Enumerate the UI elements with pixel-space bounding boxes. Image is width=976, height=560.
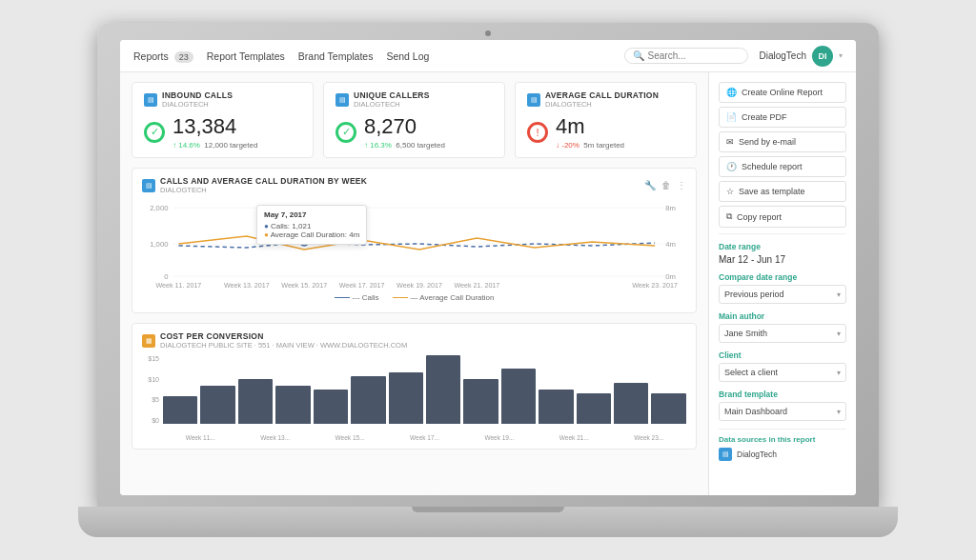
wrench-icon[interactable]: 🔧 xyxy=(644,180,656,190)
inbound-icon: ▤ xyxy=(144,93,157,107)
nav-links: Reports 23 Report Templates Brand Templa… xyxy=(133,50,624,62)
nav-reports[interactable]: Reports 23 xyxy=(133,50,193,62)
more-icon[interactable]: ⋮ xyxy=(677,180,686,190)
svg-text:1,000: 1,000 xyxy=(150,240,168,249)
bar-item xyxy=(351,376,385,424)
unique-icon: ▤ xyxy=(336,93,349,107)
sidebar: 🌐 Create Online Report 📄 Create PDF ✉ Se… xyxy=(708,72,856,495)
compare-range-select-wrap: Previous period Previous year Custom xyxy=(719,285,846,304)
bar-item xyxy=(539,390,573,424)
bar-x-labels: Week 11... Week 13... Week 15... Week 17… xyxy=(163,434,686,441)
bar-item xyxy=(651,393,685,424)
app-container: Reports 23 Report Templates Brand Templa… xyxy=(120,40,856,495)
line-chart: May 7, 2017 ● Calls: 1,021 ● Average Cal… xyxy=(142,200,686,305)
pdf-icon: 📄 xyxy=(726,112,737,122)
nav-brand-templates[interactable]: Brand Templates xyxy=(298,50,374,62)
bar-item xyxy=(389,372,423,424)
search-input[interactable] xyxy=(648,50,734,61)
svg-text:Week 23, 2017: Week 23, 2017 xyxy=(632,282,678,288)
svg-text:4m: 4m xyxy=(665,240,676,249)
bar-item xyxy=(314,390,348,424)
author-field: Main author Jane Smith xyxy=(719,311,846,343)
bar-item xyxy=(200,386,234,424)
copy-button[interactable]: ⧉ Copy report xyxy=(719,206,846,228)
create-online-button[interactable]: 🌐 Create Online Report xyxy=(719,82,846,103)
nav-report-templates[interactable]: Report Templates xyxy=(207,50,285,62)
send-email-button[interactable]: ✉ Send by e-mail xyxy=(719,131,846,152)
kpi-detail-2: ↑ 16.3% 6,500 targeted xyxy=(364,141,445,150)
bar-item xyxy=(275,386,310,424)
bar-chart-icon: ▦ xyxy=(142,334,155,348)
client-select[interactable]: Select a client xyxy=(719,363,846,382)
svg-text:8m: 8m xyxy=(665,204,676,212)
kpi-card-unique: ▤ UNIQUE CALLERS DIALOGTECH ✓ 8 xyxy=(323,82,505,158)
duration-icon: ▤ xyxy=(527,93,540,107)
bar-item xyxy=(426,355,460,424)
svg-text:Week 15, 2017: Week 15, 2017 xyxy=(281,282,327,288)
svg-text:0m: 0m xyxy=(665,272,676,281)
status-check-green-1: ✓ xyxy=(144,122,165,143)
email-icon: ✉ xyxy=(726,137,734,147)
svg-point-9 xyxy=(300,238,309,246)
svg-text:0: 0 xyxy=(164,272,168,281)
search-box: 🔍 xyxy=(624,48,748,64)
author-select[interactable]: Jane Smith xyxy=(719,324,846,343)
kpi-row: ▤ INBOUND CALLS DIALOGTECH ✓ 13 xyxy=(132,82,697,158)
trash-icon[interactable]: 🗑 xyxy=(661,180,671,190)
legend-avg: — Average Call Duration xyxy=(393,293,495,302)
chart-legend: --- Calls — Average Call Duration xyxy=(142,293,686,302)
client-select-wrap: Select a client xyxy=(719,363,846,382)
create-pdf-button[interactable]: 📄 Create PDF xyxy=(719,107,846,128)
svg-text:2,000: 2,000 xyxy=(150,204,168,212)
status-check-red: ! xyxy=(527,122,548,143)
line-chart-icon: ▤ xyxy=(142,179,155,192)
navbar: Reports 23 Report Templates Brand Templa… xyxy=(120,40,856,72)
laptop-base xyxy=(78,507,898,537)
brand-template-select[interactable]: Main Dashboard xyxy=(719,402,846,421)
globe-icon: 🌐 xyxy=(726,88,737,97)
bar-chart: $15 $10 $5 $0 Week 11... xyxy=(142,355,686,441)
svg-text:Week 19, 2017: Week 19, 2017 xyxy=(396,282,442,288)
search-icon: 🔍 xyxy=(633,50,644,61)
brand-template-field: Brand template Main Dashboard xyxy=(719,390,846,421)
legend-calls: --- Calls xyxy=(335,293,379,302)
date-range-field: Date range Mar 12 - Jun 17 xyxy=(719,242,846,265)
user-avatar: DI xyxy=(812,46,833,67)
status-check-green-2: ✓ xyxy=(336,122,356,143)
bar-item xyxy=(238,379,273,424)
bar-y-labels: $15 $10 $5 $0 xyxy=(142,355,159,424)
author-select-wrap: Jane Smith xyxy=(719,324,846,343)
bar-item xyxy=(577,393,611,424)
kpi-detail-1: ↑ 14.6% 12,000 targeted xyxy=(173,141,257,150)
compare-range-field: Compare date range Previous period Previ… xyxy=(719,272,846,304)
user-name: DialogTech xyxy=(760,50,806,61)
svg-text:Week 21, 2017: Week 21, 2017 xyxy=(454,282,499,288)
bar-item xyxy=(614,383,648,424)
save-template-button[interactable]: ☆ Save as template xyxy=(719,181,846,202)
bar-item xyxy=(163,396,197,424)
data-source-row: ▤ DialogTech xyxy=(719,448,846,461)
svg-text:Week 11, 2017: Week 11, 2017 xyxy=(156,282,202,288)
kpi-card-inbound: ▤ INBOUND CALLS DIALOGTECH ✓ 13 xyxy=(132,82,314,158)
svg-text:Week 13, 2017: Week 13, 2017 xyxy=(224,282,270,288)
user-menu[interactable]: DialogTech DI ▾ xyxy=(760,46,843,67)
copy-icon: ⧉ xyxy=(726,211,732,222)
chevron-down-icon: ▾ xyxy=(839,51,843,60)
svg-text:Week 17, 2017: Week 17, 2017 xyxy=(339,282,385,288)
nav-send-log[interactable]: Send Log xyxy=(386,50,429,62)
kpi-detail-3: ↓ -20% 5m targeted xyxy=(556,141,624,150)
clock-icon: 🕐 xyxy=(726,162,737,171)
line-chart-svg: 2,000 1,000 0 8m 4m 0m xyxy=(142,200,686,288)
compare-range-select[interactable]: Previous period Previous year Custom xyxy=(719,285,846,304)
star-icon: ☆ xyxy=(726,187,734,196)
bar-chart-inner xyxy=(163,355,686,424)
main-content: ▤ INBOUND CALLS DIALOGTECH ✓ 13 xyxy=(120,72,856,495)
report-area: ▤ INBOUND CALLS DIALOGTECH ✓ 13 xyxy=(120,72,708,495)
kpi-card-duration: ▤ AVERAGE CALL DURATION DIALOGTECH ! xyxy=(515,82,697,158)
bar-chart-section: ▦ COST PER CONVERSION DIALOGTECH PUBLIC … xyxy=(132,323,697,450)
client-field: Client Select a client xyxy=(719,350,846,382)
schedule-button[interactable]: 🕐 Schedule report xyxy=(719,156,846,177)
datasource-icon: ▤ xyxy=(719,448,732,461)
line-chart-section: ▤ CALLS AND AVERAGE CALL DURATION BY WEE… xyxy=(132,168,697,313)
bar-item xyxy=(463,379,498,424)
